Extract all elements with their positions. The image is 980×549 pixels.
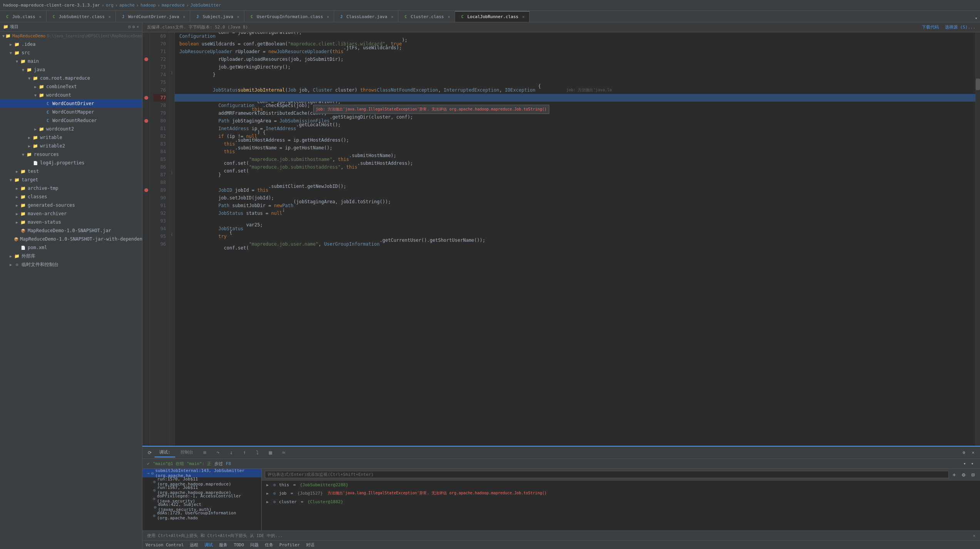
sidebar-item-java[interactable]: ▼ 📁 java bbox=[0, 65, 142, 74]
sidebar-item-external-libs[interactable]: ▶ 📁 外部库 bbox=[0, 252, 142, 260]
add-watch-btn[interactable]: + bbox=[950, 471, 958, 479]
sidebar-item-wordcountmapper[interactable]: C WordCountMapper bbox=[0, 108, 142, 116]
frame-item-0[interactable]: → ⊙ submitJobInternal:143, JobSubmitter … bbox=[142, 469, 261, 477]
debug-tab-force-step[interactable]: ⤵ bbox=[251, 448, 263, 458]
sidebar-item-jar1[interactable]: 📦 MapReduceDemo-1.0-SNAPSHOT.jar bbox=[0, 226, 142, 235]
sidebar-item-temp[interactable]: ▶ ⚙ 临时文件和控制台 bbox=[0, 260, 142, 269]
sidebar-item-target[interactable]: ▼ 📁 target bbox=[0, 176, 142, 184]
status-remote[interactable]: 远程 bbox=[190, 542, 198, 548]
sidebar-item-main[interactable]: ▼ 📁 main bbox=[0, 57, 142, 65]
sidebar-item-wordcountdriver[interactable]: C WordCountDriver bbox=[0, 99, 142, 108]
tab-subject[interactable]: J Subject.java ✕ bbox=[190, 11, 244, 22]
sidebar-item-mapreducedemo[interactable]: ▼ 📁 MapReduceDemo D:\java_learning\HDFSC… bbox=[0, 32, 142, 40]
debug-tab-console[interactable]: 控制台 bbox=[176, 448, 198, 457]
expand-job-icon[interactable]: ▶ bbox=[266, 491, 272, 495]
close-tab-job[interactable]: ✕ bbox=[39, 15, 42, 19]
close-tab-classloader[interactable]: ✕ bbox=[391, 15, 393, 19]
status-todo[interactable]: TODO bbox=[234, 542, 244, 547]
marker-92 bbox=[142, 209, 150, 217]
sidebar-item-resources[interactable]: ▼ 📁 resources bbox=[0, 150, 142, 159]
sidebar-item-idea[interactable]: ▶ 📁 .idea bbox=[0, 40, 142, 49]
var-cluster[interactable]: ▶ ⊙ cluster = {Cluster@1882} bbox=[262, 497, 980, 506]
sidebar-close-btn[interactable]: ✕ bbox=[136, 24, 139, 29]
close-tab-wordcount[interactable]: ✕ bbox=[183, 15, 185, 19]
tab-job-class[interactable]: C Job.class ✕ bbox=[0, 11, 47, 22]
tab-wordcountdriver[interactable]: J WordCountDriver.java ✕ bbox=[116, 11, 190, 22]
select-source-btn[interactable]: 选择源 (S)... bbox=[945, 24, 975, 30]
sidebar-item-generated-sources[interactable]: ▶ 📁 generated-sources bbox=[0, 201, 142, 209]
sidebar-item-log4j[interactable]: 📄 log4j.properties bbox=[0, 159, 142, 167]
close-tab-localjobrunner[interactable]: ✕ bbox=[522, 15, 525, 19]
debug-tab-debugger[interactable]: 调试: bbox=[155, 448, 175, 457]
debug-tab-settings[interactable]: ≈ bbox=[278, 448, 290, 458]
marker-70 bbox=[142, 40, 150, 48]
sidebar-item-archivetmp[interactable]: ▶ 📁 archive-tmp bbox=[0, 184, 142, 192]
expand-cluster-icon[interactable]: ▶ bbox=[266, 500, 272, 504]
breadcrumb-apache: apache bbox=[119, 3, 135, 8]
filter-btn[interactable]: ▾ bbox=[962, 461, 968, 467]
frame-item-1[interactable]: ⊙ run:1570, Job$11 (org.apache.hadoop.ma… bbox=[142, 477, 261, 486]
debug-body: → ⊙ submitJobInternal:143, JobSubmitter … bbox=[142, 469, 980, 531]
frame-item-4[interactable]: ⊙ doAs:422, Subject (javax.security.auth… bbox=[142, 503, 261, 511]
close-tab-cluster[interactable]: ✕ bbox=[448, 15, 450, 19]
sidebar-item-maven-archiver[interactable]: ▶ 📁 maven-archiver bbox=[0, 209, 142, 218]
status-debug[interactable]: 调试 bbox=[204, 542, 213, 548]
code-line-69: Configuration conf = job.getConfiguratio… bbox=[175, 32, 975, 40]
status-profiler[interactable]: Profiler bbox=[279, 542, 300, 547]
sidebar-item-writable2[interactable]: ▶ 📁 writable2 bbox=[0, 142, 142, 150]
tab-overflow-button[interactable]: ▾ bbox=[972, 14, 980, 22]
code-line-74: } bbox=[175, 71, 975, 79]
sidebar-item-wordcount[interactable]: ▼ 📁 wordcount bbox=[0, 91, 142, 99]
marker-86 bbox=[142, 163, 150, 171]
frame-item-2[interactable]: ⊙ run:1567, Job$11 (org.apache.hadoop.ma… bbox=[142, 486, 261, 494]
sidebar-item-wordcountreducer[interactable]: C WordCountReducer bbox=[0, 116, 142, 125]
evaluate-input[interactable] bbox=[265, 471, 949, 478]
sidebar-item-maven-status[interactable]: ▶ 📁 maven-status bbox=[0, 218, 142, 226]
close-tab-jobsubmitter[interactable]: ✕ bbox=[109, 15, 111, 19]
download-code-btn[interactable]: 下载代码 bbox=[922, 24, 939, 30]
debug-tab-frames[interactable]: ▦ bbox=[264, 448, 276, 458]
sidebar-item-jar2[interactable]: 📦 MapReduceDemo-1.0-SNAPSHOT-jar-with-de… bbox=[0, 235, 142, 243]
status-dialog[interactable]: 对话 bbox=[306, 542, 314, 548]
expand-this-icon[interactable]: ▶ bbox=[266, 483, 272, 487]
tab-cluster[interactable]: C Cluster.class ✕ bbox=[398, 11, 455, 22]
status-tasks[interactable]: 任务 bbox=[265, 542, 273, 548]
sidebar-item-writable[interactable]: ▶ 📁 writable bbox=[0, 133, 142, 142]
debug-settings-btn[interactable]: ⚙ bbox=[960, 449, 968, 457]
debug-tab-step-out[interactable]: ↑ bbox=[238, 448, 251, 458]
sidebar-item-test[interactable]: ▶ 📁 test bbox=[0, 167, 142, 176]
tab-usergroupinfo[interactable]: C UserGroupInformation.class ✕ bbox=[244, 11, 334, 22]
close-tab-usergroupinfo[interactable]: ✕ bbox=[327, 15, 329, 19]
sidebar-item-pom[interactable]: 📄 pom.xml bbox=[0, 243, 142, 252]
tab-localjobrunner[interactable]: C LocalJobRunner.class ✕ bbox=[455, 11, 529, 22]
editor-minimap-scrollbar[interactable] bbox=[975, 32, 980, 446]
hint-close-btn[interactable]: ✕ bbox=[973, 533, 975, 538]
tab-classloader[interactable]: J ClassLoader.java ✕ bbox=[334, 11, 398, 22]
filter-down-btn[interactable]: ▾ bbox=[969, 461, 975, 467]
frame-item-5[interactable]: ⊙ doAs:1729, UserGroupInformation (org.a… bbox=[142, 511, 261, 520]
eval-collapse-btn[interactable]: ⊟ bbox=[969, 471, 977, 479]
sidebar-settings-btn[interactable]: ⚙ bbox=[132, 24, 135, 29]
tab-jobsubmitter[interactable]: C JobSubmitter.class ✕ bbox=[47, 11, 116, 22]
eval-settings-btn[interactable]: ⚙ bbox=[960, 471, 967, 479]
sidebar-item-src[interactable]: ▼ 📁 src bbox=[0, 49, 142, 57]
status-problems[interactable]: 问题 bbox=[250, 542, 259, 548]
sidebar-item-combinetext[interactable]: ▶ 📁 combineText bbox=[0, 82, 142, 91]
status-services[interactable]: 服务 bbox=[219, 542, 227, 548]
debug-tab-step-into[interactable]: ↓ bbox=[225, 448, 237, 458]
sidebar-item-classes[interactable]: ▶ 📁 classes bbox=[0, 192, 142, 201]
code-content[interactable]: Configuration conf = job.getConfiguratio… bbox=[175, 32, 975, 446]
marker-93 bbox=[142, 217, 150, 225]
debug-close-btn[interactable]: ✕ bbox=[969, 449, 977, 457]
close-tab-subject[interactable]: ✕ bbox=[237, 15, 239, 19]
sidebar-item-wordcount2[interactable]: ▶ 📁 wordcount2 bbox=[0, 125, 142, 133]
status-version-control[interactable]: Version Control bbox=[145, 542, 184, 547]
var-job[interactable]: ▶ ⊙ job = {Job@1527} 方法抛出'java.lang.Ille… bbox=[262, 489, 980, 497]
debug-restart-btn[interactable]: ⟳ bbox=[145, 449, 154, 457]
sidebar-item-com-root-mapreduce[interactable]: ▼ 📁 com.root.mapreduce bbox=[0, 74, 142, 82]
debug-tab-step-over[interactable]: ↷ bbox=[212, 448, 224, 458]
frame-item-3[interactable]: ⊙ doPrivileged:-1, AccessController (jav… bbox=[142, 494, 261, 503]
sidebar-collapse-btn[interactable]: ⊟ bbox=[128, 24, 131, 29]
debug-tab-layout[interactable]: ≡ bbox=[199, 448, 211, 458]
var-this[interactable]: ▶ ⊙ this = {JobSubmitter@2288} bbox=[262, 480, 980, 489]
